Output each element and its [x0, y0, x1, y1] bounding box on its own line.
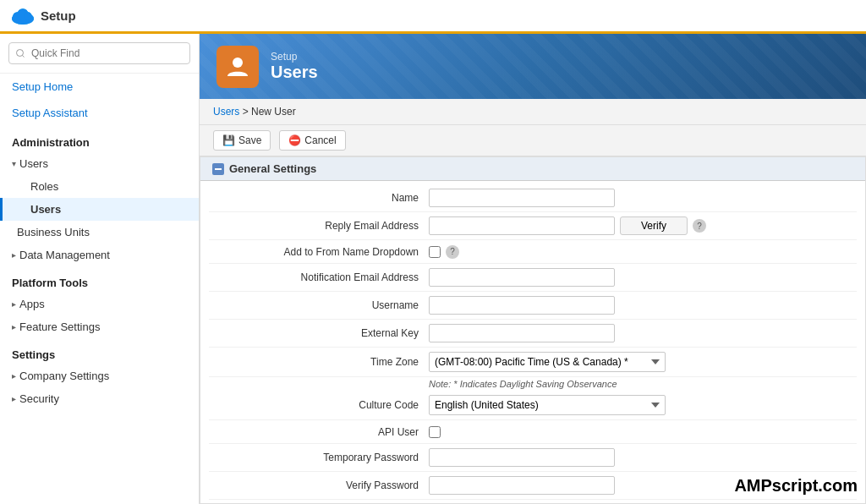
page-icon: [216, 46, 259, 88]
top-nav: Setup: [0, 0, 866, 34]
save-button[interactable]: 💾 Save: [213, 130, 271, 151]
section-header-general: General Settings: [200, 157, 865, 181]
control-notification-email: [429, 268, 857, 287]
control-username: [429, 296, 857, 315]
sidebar-item-setup-assistant[interactable]: Setup Assistant: [0, 100, 199, 126]
svg-point-8: [233, 58, 243, 68]
collapse-icon: [214, 165, 222, 173]
label-external-key: External Key: [209, 327, 429, 339]
label-verify-password: Verify Password: [209, 479, 429, 491]
page-subtitle: Setup: [271, 51, 318, 63]
main-layout: Setup Home Setup Assistant Administratio…: [0, 34, 866, 504]
section-header-administration: Administration: [0, 129, 199, 152]
form-body: Name Reply Email Address Verify ?: [200, 181, 865, 503]
page-title: Users: [271, 63, 318, 82]
apps-label: Apps: [19, 298, 45, 310]
label-name: Name: [209, 192, 429, 204]
control-external-key: [429, 324, 857, 342]
sidebar-item-business-units[interactable]: Business Units: [0, 221, 199, 244]
label-timezone: Time Zone: [209, 356, 429, 368]
cancel-button[interactable]: ⛔ Cancel: [279, 130, 345, 151]
form-row-timezone: Time Zone (GMT-08:00) Pacific Time (US &…: [209, 348, 857, 377]
help-icon-reply-email[interactable]: ?: [693, 219, 706, 233]
users-label: Users: [30, 203, 61, 216]
input-name[interactable]: [429, 189, 615, 207]
security-label: Security: [19, 392, 59, 405]
logo-area: Setup: [10, 8, 76, 25]
control-culture-code: English (United States) English (United …: [429, 395, 857, 415]
form-row-api-user: API User: [209, 420, 857, 444]
help-icon-from-name[interactable]: ?: [446, 245, 459, 259]
page-title-area: Setup Users: [271, 51, 318, 82]
content-area: Users > New User 💾 Save ⛔ Cancel: [200, 99, 866, 504]
sidebar-item-apps[interactable]: ▸ Apps: [0, 293, 199, 315]
label-api-user: API User: [209, 426, 429, 438]
input-verify-password[interactable]: [429, 476, 615, 495]
select-timezone[interactable]: (GMT-08:00) Pacific Time (US & Canada) *…: [429, 352, 666, 372]
checkbox-from-name[interactable]: [429, 246, 441, 258]
input-temp-password[interactable]: [429, 448, 615, 467]
cancel-label: Cancel: [304, 134, 336, 146]
action-bar: 💾 Save ⛔ Cancel: [200, 125, 866, 156]
users-icon: [225, 54, 250, 79]
business-units-label: Business Units: [17, 226, 90, 238]
timezone-note: Note: * Indicates Daylight Saving Observ…: [209, 377, 857, 391]
section-header-platform-tools: Platform Tools: [0, 270, 199, 293]
sidebar-item-security[interactable]: ▸ Security: [0, 387, 199, 410]
breadcrumb: Users > New User: [200, 99, 866, 125]
svg-rect-9: [215, 168, 222, 170]
sidebar-item-company-settings[interactable]: ▸ Company Settings: [0, 364, 199, 387]
data-management-label: Data Management: [19, 249, 110, 261]
roles-label: Roles: [30, 180, 58, 193]
sidebar-item-users-group[interactable]: ▾ Users: [0, 152, 199, 175]
verify-button[interactable]: Verify: [620, 216, 688, 235]
form-row-username: Username: [209, 292, 857, 320]
label-temp-password: Temporary Password: [209, 452, 429, 463]
sidebar-search-area: [0, 34, 199, 74]
salesforce-logo-icon: [10, 8, 36, 25]
sidebar-item-users-label: Users: [19, 157, 48, 170]
breadcrumb-separator: >: [243, 106, 251, 118]
cancel-icon: ⛔: [288, 134, 301, 146]
breadcrumb-current: New User: [251, 106, 296, 118]
sidebar: Setup Home Setup Assistant Administratio…: [0, 34, 200, 504]
form-row-reply-email: Reply Email Address Verify ?: [209, 212, 857, 240]
sidebar-item-data-management[interactable]: ▸ Data Management: [0, 244, 199, 266]
search-input[interactable]: [8, 42, 190, 64]
label-notification-email: Notification Email Address: [209, 271, 429, 283]
save-label: Save: [238, 134, 261, 146]
control-reply-email: Verify ?: [429, 216, 857, 235]
sidebar-item-roles[interactable]: Roles: [0, 175, 199, 198]
input-notification-email[interactable]: [429, 268, 615, 287]
input-reply-email[interactable]: [429, 216, 615, 235]
svg-point-7: [24, 12, 31, 19]
control-name: [429, 189, 857, 207]
breadcrumb-parent-link[interactable]: Users: [213, 106, 239, 118]
form-row-notification-email: Notification Email Address: [209, 264, 857, 292]
chevron-right-icon: ▸: [12, 250, 16, 260]
company-settings-label: Company Settings: [19, 370, 109, 382]
chevron-right-icon-security: ▸: [12, 394, 16, 403]
form-row-name: Name: [209, 184, 857, 212]
app-name: Setup: [41, 8, 76, 23]
main-content: Setup Users Users > New User 💾 Save ⛔: [200, 34, 866, 504]
input-external-key[interactable]: [429, 324, 615, 342]
control-temp-password: [429, 448, 857, 467]
sidebar-item-feature-settings[interactable]: ▸ Feature Settings: [0, 315, 199, 338]
chevron-right-icon-feature: ▸: [12, 322, 16, 331]
sidebar-item-setup-home[interactable]: Setup Home: [0, 74, 199, 100]
chevron-right-icon-company: ▸: [12, 371, 16, 381]
chevron-right-icon-apps: ▸: [12, 299, 16, 309]
section-collapse-icon[interactable]: [212, 163, 224, 175]
control-api-user: [429, 426, 857, 438]
form-row-from-name: Add to From Name Dropdown ?: [209, 240, 857, 264]
select-culture-code[interactable]: English (United States) English (United …: [429, 395, 666, 415]
section-header-settings: Settings: [0, 342, 199, 364]
save-icon: 💾: [222, 134, 235, 146]
sidebar-item-users[interactable]: Users: [0, 198, 199, 221]
checkbox-api-user[interactable]: [429, 426, 441, 438]
input-username[interactable]: [429, 296, 615, 315]
control-timezone: (GMT-08:00) Pacific Time (US & Canada) *…: [429, 352, 857, 372]
feature-settings-label: Feature Settings: [19, 320, 100, 333]
form-section-general: General Settings Name Reply Email Addres…: [200, 156, 866, 504]
